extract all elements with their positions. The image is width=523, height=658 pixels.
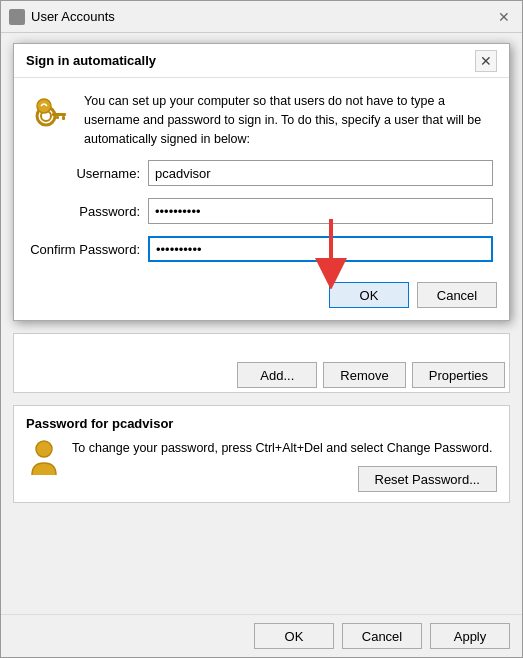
sign-in-dialog: Sign in automatically ✕ xyxy=(13,43,510,321)
ok-button[interactable]: OK xyxy=(329,282,409,308)
inner-dialog-body: You can set up your computer so that use… xyxy=(14,78,509,276)
password-section-title: Password for pcadvisor xyxy=(26,416,497,431)
add-button[interactable]: Add... xyxy=(237,362,317,388)
user-accounts-icon xyxy=(9,9,25,25)
password-label: Password: xyxy=(30,204,140,219)
password-info-row: To change your password, press Ctrl+Alt+… xyxy=(26,439,497,492)
outer-window: User Accounts ✕ Sign in automatically ✕ xyxy=(0,0,523,658)
username-label: Username: xyxy=(30,166,140,181)
svg-rect-4 xyxy=(56,116,59,119)
inner-close-button[interactable]: ✕ xyxy=(475,50,497,72)
svg-point-8 xyxy=(36,441,52,457)
outer-close-button[interactable]: ✕ xyxy=(494,7,514,27)
info-row: You can set up your computer so that use… xyxy=(30,92,493,148)
password-info-text: To change your password, press Ctrl+Alt+… xyxy=(72,439,497,458)
key-icon xyxy=(32,94,70,132)
remove-button[interactable]: Remove xyxy=(323,362,405,388)
inner-dialog-title: Sign in automatically xyxy=(26,53,156,68)
password-section: Password for pcadvisor To change your pa… xyxy=(13,405,510,503)
username-input[interactable] xyxy=(148,160,493,186)
outer-bottom-buttons: OK Cancel Apply xyxy=(1,614,522,657)
password-icon xyxy=(26,439,62,475)
outer-window-title: User Accounts xyxy=(9,9,115,25)
reset-password-area: Reset Password... xyxy=(72,466,497,492)
reset-password-button[interactable]: Reset Password... xyxy=(358,466,498,492)
bottom-apply-button[interactable]: Apply xyxy=(430,623,510,649)
svg-point-5 xyxy=(37,99,51,113)
username-row: Username: xyxy=(30,160,493,186)
info-icon xyxy=(30,92,72,134)
user-list-section: Add... Remove Properties xyxy=(13,333,510,393)
password-input[interactable] xyxy=(148,198,493,224)
password-info-content: To change your password, press Ctrl+Alt+… xyxy=(72,439,497,492)
bottom-ok-button[interactable]: OK xyxy=(254,623,334,649)
inner-titlebar: Sign in automatically ✕ xyxy=(14,44,509,78)
confirm-password-input[interactable] xyxy=(148,236,493,262)
svg-rect-2 xyxy=(52,113,66,116)
properties-button[interactable]: Properties xyxy=(412,362,505,388)
confirm-password-label: Confirm Password: xyxy=(30,242,140,257)
svg-rect-3 xyxy=(62,116,65,120)
confirm-password-row: Confirm Password: xyxy=(30,236,493,262)
outer-content: Sign in automatically ✕ xyxy=(1,33,522,614)
dialog-buttons: OK Cancel xyxy=(14,276,509,320)
cancel-button[interactable]: Cancel xyxy=(417,282,497,308)
password-row: Password: xyxy=(30,198,493,224)
outer-titlebar: User Accounts ✕ xyxy=(1,1,522,33)
info-text: You can set up your computer so that use… xyxy=(84,92,493,148)
bottom-cancel-button[interactable]: Cancel xyxy=(342,623,422,649)
